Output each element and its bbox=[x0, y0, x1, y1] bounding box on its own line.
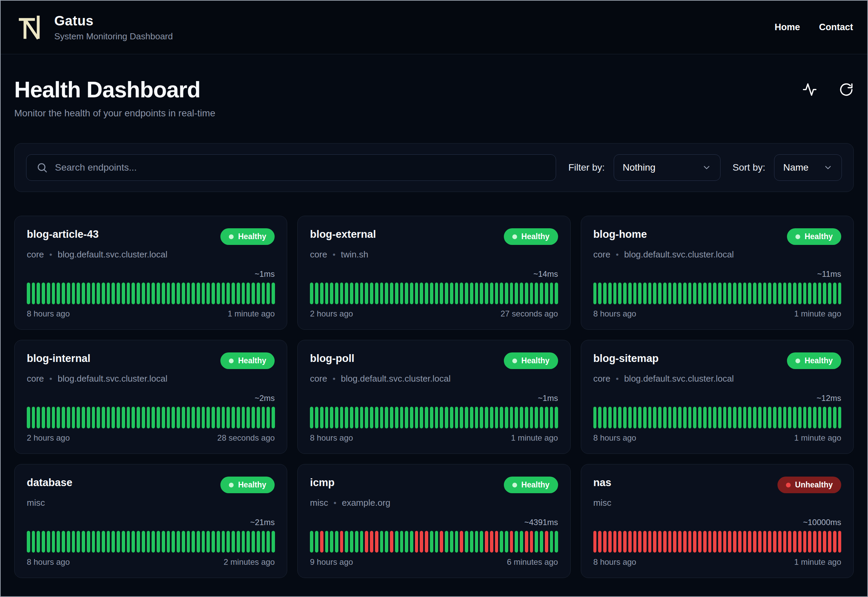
history-bar[interactable] bbox=[713, 282, 717, 304]
history-bar[interactable] bbox=[237, 531, 240, 552]
history-bar[interactable] bbox=[713, 407, 717, 428]
history-bar[interactable] bbox=[242, 282, 245, 304]
history-bar[interactable] bbox=[167, 531, 170, 552]
history-bar[interactable] bbox=[72, 531, 75, 552]
history-bar[interactable] bbox=[768, 531, 771, 552]
search-input[interactable] bbox=[26, 154, 556, 181]
history-bar[interactable] bbox=[320, 282, 323, 304]
history-bar[interactable] bbox=[653, 282, 656, 304]
history-bar[interactable] bbox=[335, 407, 338, 428]
history-bar[interactable] bbox=[272, 282, 275, 304]
history-bar[interactable] bbox=[151, 531, 155, 552]
history-bar[interactable] bbox=[137, 282, 140, 304]
history-bar[interactable] bbox=[32, 282, 35, 304]
history-bar[interactable] bbox=[828, 407, 831, 428]
history-bar[interactable] bbox=[708, 282, 712, 304]
history-bar[interactable] bbox=[257, 282, 260, 304]
history-bar[interactable] bbox=[315, 531, 318, 552]
history-bar[interactable] bbox=[340, 407, 344, 428]
history-bar[interactable] bbox=[395, 282, 398, 304]
history-bar[interactable] bbox=[310, 531, 313, 552]
history-bar[interactable] bbox=[92, 531, 95, 552]
history-bar[interactable] bbox=[370, 407, 373, 428]
history-bar[interactable] bbox=[778, 531, 782, 552]
history-bar[interactable] bbox=[47, 282, 50, 304]
history-bar[interactable] bbox=[420, 407, 423, 428]
history-bar[interactable] bbox=[217, 407, 220, 428]
history-bar[interactable] bbox=[345, 407, 348, 428]
history-bar[interactable] bbox=[555, 407, 558, 428]
history-bar[interactable] bbox=[648, 407, 652, 428]
history-bar[interactable] bbox=[137, 531, 140, 552]
history-bar[interactable] bbox=[818, 531, 822, 552]
history-bar[interactable] bbox=[703, 282, 707, 304]
history-bar[interactable] bbox=[460, 531, 463, 552]
history-bar[interactable] bbox=[430, 531, 433, 552]
history-bar[interactable] bbox=[495, 531, 498, 552]
history-bar[interactable] bbox=[380, 531, 384, 552]
endpoint-card[interactable]: icmp Healthy misc • example.org ~4391ms … bbox=[297, 464, 570, 578]
history-bar[interactable] bbox=[693, 407, 696, 428]
activity-pulse-icon[interactable] bbox=[802, 82, 817, 97]
history-bar[interactable] bbox=[683, 407, 687, 428]
history-bar[interactable] bbox=[480, 407, 483, 428]
history-bar[interactable] bbox=[693, 282, 696, 304]
history-bar[interactable] bbox=[27, 531, 30, 552]
history-bar[interactable] bbox=[608, 282, 612, 304]
history-bar[interactable] bbox=[330, 282, 333, 304]
history-bar[interactable] bbox=[400, 282, 403, 304]
history-bar[interactable] bbox=[540, 282, 543, 304]
history-bar[interactable] bbox=[535, 282, 538, 304]
history-bar[interactable] bbox=[340, 531, 344, 552]
history-bar[interactable] bbox=[385, 282, 388, 304]
history-bar[interactable] bbox=[718, 531, 721, 552]
history-bar[interactable] bbox=[638, 282, 641, 304]
history-bar[interactable] bbox=[763, 407, 767, 428]
history-bar[interactable] bbox=[177, 282, 180, 304]
history-bar[interactable] bbox=[535, 531, 538, 552]
history-bar[interactable] bbox=[530, 531, 533, 552]
history-bar[interactable] bbox=[813, 407, 816, 428]
history-bar[interactable] bbox=[475, 407, 478, 428]
history-bar[interactable] bbox=[798, 282, 801, 304]
history-bar[interactable] bbox=[445, 282, 448, 304]
history-bar[interactable] bbox=[613, 531, 617, 552]
history-bar[interactable] bbox=[197, 282, 200, 304]
history-bar[interactable] bbox=[833, 531, 837, 552]
history-bar[interactable] bbox=[698, 407, 702, 428]
history-bar[interactable] bbox=[77, 282, 80, 304]
history-bar[interactable] bbox=[455, 407, 458, 428]
history-bar[interactable] bbox=[355, 282, 358, 304]
history-bar[interactable] bbox=[267, 407, 270, 428]
history-bar[interactable] bbox=[813, 531, 816, 552]
history-bar[interactable] bbox=[82, 531, 85, 552]
history-bar[interactable] bbox=[67, 531, 70, 552]
history-bar[interactable] bbox=[515, 531, 518, 552]
history-bar[interactable] bbox=[187, 282, 190, 304]
history-bar[interactable] bbox=[355, 531, 358, 552]
history-bar[interactable] bbox=[350, 531, 353, 552]
history-bar[interactable] bbox=[608, 407, 612, 428]
history-bar[interactable] bbox=[87, 531, 90, 552]
history-bar[interactable] bbox=[658, 531, 662, 552]
endpoint-card[interactable]: blog-home Healthy core • blog.default.sv… bbox=[581, 216, 854, 330]
history-bar[interactable] bbox=[480, 282, 483, 304]
history-bar[interactable] bbox=[703, 407, 707, 428]
history-bar[interactable] bbox=[803, 407, 807, 428]
history-bar[interactable] bbox=[628, 282, 632, 304]
history-bar[interactable] bbox=[638, 407, 641, 428]
history-bar[interactable] bbox=[262, 282, 265, 304]
history-bar[interactable] bbox=[242, 531, 245, 552]
history-bar[interactable] bbox=[147, 531, 150, 552]
history-bar[interactable] bbox=[490, 407, 493, 428]
history-bar[interactable] bbox=[320, 407, 323, 428]
history-bar[interactable] bbox=[82, 282, 85, 304]
history-bar[interactable] bbox=[450, 282, 453, 304]
history-bar[interactable] bbox=[315, 407, 318, 428]
history-bar[interactable] bbox=[673, 407, 677, 428]
history-bar[interactable] bbox=[202, 282, 205, 304]
history-bar[interactable] bbox=[783, 282, 787, 304]
history-bar[interactable] bbox=[838, 531, 841, 552]
history-bar[interactable] bbox=[132, 407, 135, 428]
history-bar[interactable] bbox=[708, 531, 712, 552]
